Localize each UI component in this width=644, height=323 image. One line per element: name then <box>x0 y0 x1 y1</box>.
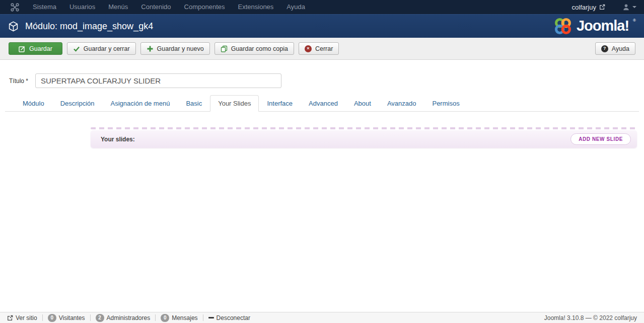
admins-count-badge: 2 <box>96 314 104 322</box>
joomla-mark-icon[interactable] <box>11 3 19 12</box>
joomla-logo-icon <box>553 17 573 36</box>
logout-link[interactable]: Desconectar <box>208 314 250 321</box>
user-menu[interactable] <box>622 4 636 11</box>
menu-item-ayuda[interactable]: Ayuda <box>280 0 312 14</box>
page-header: Módulo: mod_image_show_gk4 Joomla! ® <box>0 14 644 38</box>
view-site-link[interactable]: colfarjuy <box>572 4 605 11</box>
menu-item-usuarios[interactable]: Usuarios <box>63 0 102 14</box>
divider <box>155 314 156 321</box>
joomla-logo: Joomla! ® <box>553 17 636 36</box>
help-circle-icon: ? <box>601 45 608 52</box>
save-new-button[interactable]: Guardar y nuevo <box>140 42 210 55</box>
visitors-status: 0 Visitantes <box>48 314 85 322</box>
tab-asignacion-de-menu[interactable]: Asignación de menú <box>103 95 178 112</box>
site-name-label: colfarjuy <box>572 4 596 11</box>
tab-your-slides[interactable]: Your Slides <box>210 95 259 112</box>
external-link-icon <box>599 4 605 10</box>
messages-label: Mensajes <box>172 314 197 321</box>
logout-label: Desconectar <box>217 314 250 321</box>
menu-item-contenido[interactable]: Contenido <box>134 0 177 14</box>
close-button-label: Cerrar <box>315 45 333 52</box>
tab-bar: Módulo Descripción Asignación de menú Ba… <box>5 95 639 112</box>
menu-item-extensiones[interactable]: Extensiones <box>232 0 280 14</box>
messages-status: 0 Mensajes <box>161 314 197 322</box>
tab-descripcion[interactable]: Descripción <box>52 95 103 112</box>
slides-container: Your slides: ADD NEW SLIDE <box>91 127 637 148</box>
admins-status: 2 Administradores <box>96 314 151 322</box>
module-cube-icon <box>8 21 19 32</box>
top-menu: Sistema Usuarios Menús Contenido Compone… <box>26 0 312 14</box>
check-icon <box>73 45 80 52</box>
tab-interface[interactable]: Interface <box>259 95 301 112</box>
divider <box>90 314 91 321</box>
view-site-label: Ver sitio <box>16 314 37 321</box>
menu-item-sistema[interactable]: Sistema <box>26 0 63 14</box>
divider <box>42 314 43 321</box>
save-new-button-label: Guardar y nuevo <box>157 45 204 52</box>
divider <box>203 314 203 321</box>
close-button[interactable]: × Cerrar <box>299 42 339 55</box>
tab-modulo[interactable]: Módulo <box>15 95 52 112</box>
main-content: Título * Módulo Descripción Asignación d… <box>0 60 644 148</box>
admin-top-navbar: Sistema Usuarios Menús Contenido Compone… <box>0 0 644 14</box>
power-off-icon <box>208 317 214 318</box>
tab-about[interactable]: About <box>346 95 379 112</box>
user-icon <box>622 4 630 11</box>
menu-item-componentes[interactable]: Componentes <box>178 0 232 14</box>
title-field-row: Título * <box>0 60 644 88</box>
close-circle-icon: × <box>305 45 312 52</box>
save-close-button-label: Guardar y cerrar <box>84 45 130 52</box>
joomla-logo-text: Joomla! <box>577 17 629 35</box>
save-copy-button[interactable]: Guardar como copia <box>214 42 294 55</box>
messages-count-badge: 0 <box>161 314 169 322</box>
visitors-count-badge: 0 <box>48 314 56 322</box>
copy-icon <box>221 45 228 52</box>
save-button[interactable]: Guardar <box>9 42 62 55</box>
version-copyright: Joomla! 3.10.8 — © 2022 colfarjuy <box>544 314 637 321</box>
page-title: Módulo: mod_image_show_gk4 <box>25 21 153 32</box>
tab-advanced[interactable]: Advanced <box>301 95 346 112</box>
tab-permisos[interactable]: Permisos <box>424 95 467 112</box>
caret-down-icon <box>632 6 636 8</box>
toolbar: Guardar Guardar y cerrar Guardar y nuevo… <box>0 38 644 60</box>
registered-mark: ® <box>633 18 636 23</box>
view-site-footer-link[interactable]: Ver sitio <box>7 314 37 321</box>
add-new-slide-button[interactable]: ADD NEW SLIDE <box>570 133 631 145</box>
dashed-drop-border <box>91 127 637 129</box>
status-bar: Ver sitio 0 Visitantes 2 Administradores… <box>0 312 644 323</box>
slides-panel-header: Your slides: ADD NEW SLIDE <box>91 130 637 148</box>
save-button-label: Guardar <box>29 45 52 52</box>
help-button[interactable]: ? Ayuda <box>595 42 635 55</box>
title-label: Título * <box>9 77 32 85</box>
help-button-label: Ayuda <box>612 45 629 52</box>
save-close-button[interactable]: Guardar y cerrar <box>67 42 136 55</box>
plus-icon <box>147 45 154 52</box>
external-link-icon <box>7 315 13 321</box>
menu-item-menus[interactable]: Menús <box>102 0 134 14</box>
admins-label: Administradores <box>107 314 151 321</box>
tab-avanzado[interactable]: Avanzado <box>379 95 424 112</box>
title-input[interactable] <box>35 73 281 88</box>
slides-panel-title: Your slides: <box>101 136 135 143</box>
tab-basic[interactable]: Basic <box>178 95 210 112</box>
edit-icon <box>19 45 26 52</box>
save-copy-button-label: Guardar como copia <box>231 45 288 52</box>
visitors-label: Visitantes <box>59 314 85 321</box>
